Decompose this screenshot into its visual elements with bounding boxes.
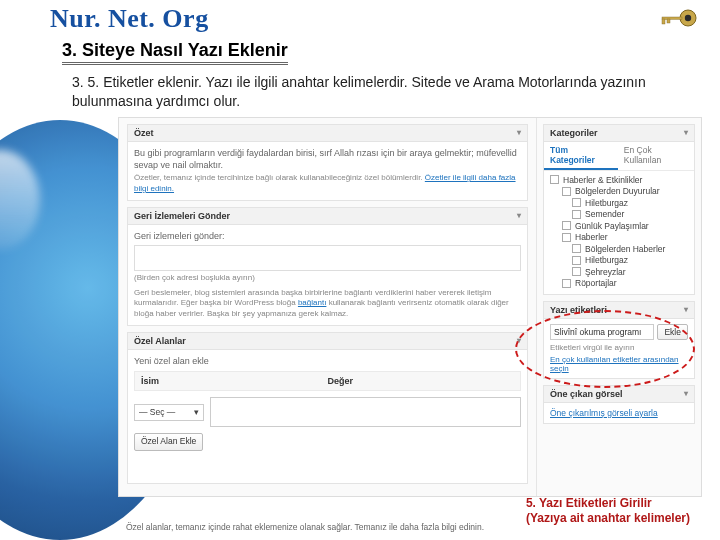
custom-add-label: Yeni özel alan ekle: [134, 355, 521, 367]
checkbox[interactable]: [562, 221, 571, 230]
checkbox[interactable]: [572, 198, 581, 207]
featured-header: Öne çıkan görsel: [550, 389, 623, 399]
category-label: Günlük Paylaşımlar: [575, 221, 649, 231]
add-tag-button[interactable]: Ekle: [657, 324, 688, 340]
tags-header: Yazı etiketleri: [550, 305, 607, 315]
categories-header: Kategoriler: [550, 128, 598, 138]
category-label: Haberler: [575, 232, 608, 242]
checkbox[interactable]: [572, 256, 581, 265]
custom-fields-panel: Özel Alanlar ▾ Yeni özel alan ekle İsim …: [127, 332, 528, 484]
set-featured-link[interactable]: Öne çıkarılmış görseli ayarla: [550, 408, 658, 418]
th-name: İsim: [141, 375, 328, 387]
admin-left-column: Özet ▾ Bu gibi programların verdiği fayd…: [119, 118, 536, 496]
category-label: Bölgelerden Haberler: [585, 244, 665, 254]
bottom-help-text: Özel alanlar, temanız içinde rahat eklem…: [126, 522, 484, 532]
svg-rect-3: [662, 19, 665, 24]
tab-most-used[interactable]: En Çok Kullanılan: [618, 142, 694, 170]
collapse-icon[interactable]: ▾: [684, 389, 688, 398]
category-label: Hiletburgaz: [585, 255, 628, 265]
category-label: Röportajlar: [575, 278, 617, 288]
checkbox[interactable]: [562, 187, 571, 196]
category-item[interactable]: Bölgelerden Duyurular: [550, 186, 688, 196]
callout-annotation: 5. Yazı Etiketleri Girilir (Yazıya ait a…: [526, 496, 690, 526]
summary-header: Özet: [134, 128, 154, 138]
category-label: Bölgelerden Duyurular: [575, 186, 660, 196]
collapse-icon[interactable]: ▾: [517, 128, 521, 137]
key-lock-logo: [658, 6, 700, 36]
category-item[interactable]: Günlük Paylaşımlar: [550, 221, 688, 231]
admin-right-column: Kategoriler ▾ Tüm Kategoriler En Çok Kul…: [536, 118, 701, 496]
collapse-icon[interactable]: ▾: [684, 305, 688, 314]
trackback-panel: Geri İzlemeleri Gönder ▾ Geri izlemeleri…: [127, 207, 528, 326]
trackback-desc-link[interactable]: bağlantı: [298, 298, 326, 307]
summary-panel: Özet ▾ Bu gibi programların verdiği fayd…: [127, 124, 528, 201]
th-value: Değer: [328, 375, 515, 387]
category-label: Haberler & Etkinlikler: [563, 175, 642, 185]
custom-fields-header: Özel Alanlar: [134, 336, 186, 346]
category-item[interactable]: Semender: [550, 209, 688, 219]
category-item[interactable]: Haberler: [550, 232, 688, 242]
collapse-icon[interactable]: ▾: [684, 128, 688, 137]
collapse-icon[interactable]: ▾: [517, 211, 521, 220]
tag-hint: Etiketleri virgül ile ayırın: [550, 343, 688, 352]
checkbox[interactable]: [572, 244, 581, 253]
tab-all-categories[interactable]: Tüm Kategoriler: [544, 142, 618, 170]
featured-image-panel: Öne çıkan görsel ▾ Öne çıkarılmış görsel…: [543, 385, 695, 424]
svg-rect-4: [667, 19, 670, 23]
site-title: Nur. Net. Org: [50, 4, 720, 34]
category-item[interactable]: Şehreyzlar: [550, 267, 688, 277]
categories-panel: Kategoriler ▾ Tüm Kategoriler En Çok Kul…: [543, 124, 695, 295]
section-description: 3. 5. Etiketler eklenir. Yazı ile ilgili…: [72, 73, 688, 111]
svg-point-1: [685, 15, 691, 21]
chevron-down-icon: ▾: [194, 407, 199, 418]
section-title: 3. Siteye Nasıl Yazı Eklenir: [62, 40, 288, 65]
tag-popular-link[interactable]: En çok kullanılan etiketler arasından se…: [550, 355, 688, 373]
category-item[interactable]: Haberler & Etkinlikler: [550, 175, 688, 185]
checkbox[interactable]: [562, 233, 571, 242]
trackback-hint: (Birden çok adresi boşlukla ayırın): [134, 273, 521, 284]
custom-name-select[interactable]: — Seç — ▾: [134, 404, 204, 421]
category-item[interactable]: Röportajlar: [550, 278, 688, 288]
category-item[interactable]: Bölgelerden Haberler: [550, 244, 688, 254]
category-label: Hiletburgaz: [585, 198, 628, 208]
tags-panel: Yazı etiketleri ▾ Slivînî okuma programı…: [543, 301, 695, 379]
collapse-icon[interactable]: ▾: [517, 336, 521, 345]
category-label: Semender: [585, 209, 624, 219]
callout-line1: 5. Yazı Etiketleri Girilir: [526, 496, 690, 511]
checkbox[interactable]: [572, 210, 581, 219]
category-item[interactable]: Hiletburgaz: [550, 198, 688, 208]
wp-admin-screenshot: Özet ▾ Bu gibi programların verdiği fayd…: [118, 117, 702, 497]
trackback-label: Geri izlemeleri gönder:: [134, 230, 521, 242]
summary-note: Özetler, temanız içinde tercihinize bağl…: [134, 173, 425, 182]
callout-line2: (Yazıya ait anahtar kelimeler): [526, 511, 690, 526]
trackback-input[interactable]: [134, 245, 521, 271]
custom-value-input[interactable]: [210, 397, 521, 427]
select-placeholder: — Seç —: [139, 407, 175, 418]
trackback-header: Geri İzlemeleri Gönder: [134, 211, 230, 221]
category-list: Haberler & EtkinliklerBölgelerden Duyuru…: [544, 171, 694, 294]
checkbox[interactable]: [550, 175, 559, 184]
checkbox[interactable]: [562, 279, 571, 288]
tag-input[interactable]: Slivînî okuma programı: [550, 324, 654, 340]
summary-text: Bu gibi programların verdiği faydalardan…: [134, 147, 521, 171]
category-item[interactable]: Hiletburgaz: [550, 255, 688, 265]
checkbox[interactable]: [572, 267, 581, 276]
category-label: Şehreyzlar: [585, 267, 626, 277]
add-custom-field-button[interactable]: Özel Alan Ekle: [134, 433, 203, 450]
